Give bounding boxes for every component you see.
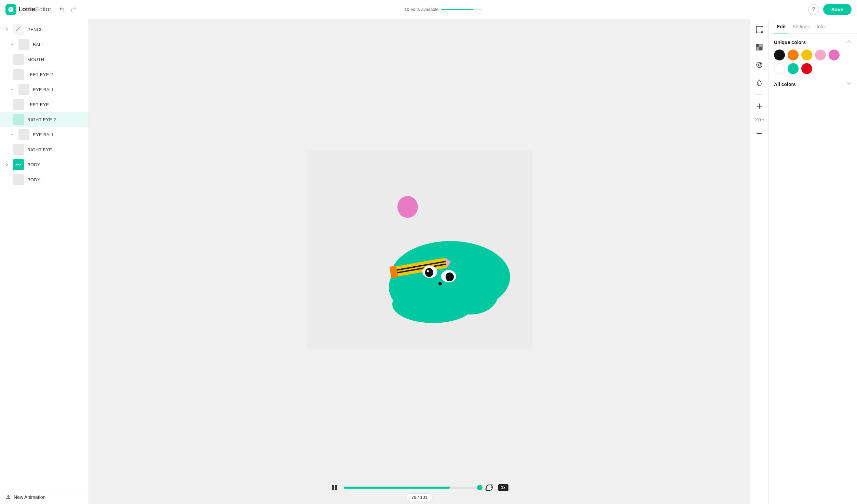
edit-tool-button[interactable] [753, 59, 765, 71]
svg-rect-24 [756, 44, 759, 47]
chevron-placeholder-left-eye [4, 102, 10, 107]
color-drop-icon [756, 79, 763, 86]
svg-line-0 [16, 27, 20, 31]
chevron-right-icon [4, 27, 10, 32]
topbar-center: 10 edits available [404, 7, 482, 12]
save-button[interactable]: Save [823, 4, 852, 15]
svg-point-31 [760, 63, 761, 64]
color-swatch-black[interactable] [774, 50, 785, 60]
bounding-box-icon [756, 26, 763, 33]
new-animation-label: New Animation [14, 494, 45, 500]
color-swatch-white[interactable] [774, 63, 785, 74]
svg-rect-25 [759, 44, 762, 47]
svg-rect-20 [756, 26, 757, 27]
color-swatch-pink[interactable] [829, 50, 840, 60]
svg-point-13 [427, 270, 429, 272]
canvas-area: 1x 79 / 101 [89, 19, 750, 504]
color-swatch-red[interactable] [801, 63, 812, 74]
layer-label-left-eye: LEFT EYE [27, 102, 49, 107]
canvas-viewport[interactable] [89, 19, 750, 480]
undo-icon [59, 6, 65, 13]
layer-label-ball: BALL [33, 42, 44, 47]
redo-button[interactable] [68, 4, 79, 15]
svg-rect-18 [335, 485, 337, 490]
layer-label-right-eye-2: RIGHT EYE 2 [27, 117, 56, 122]
checkerboard-tool-button[interactable] [753, 41, 765, 53]
svg-point-5 [392, 285, 474, 323]
pencil-thumb-icon [15, 26, 22, 33]
timeline-thumb[interactable] [477, 485, 482, 490]
svg-point-16 [438, 282, 442, 285]
layer-item-mouth[interactable]: MOUTH [0, 52, 89, 67]
sidebar-footer: New Animation [0, 490, 89, 504]
layer-dot-eye-ball-2 [12, 134, 13, 135]
color-swatch-yellow[interactable] [801, 50, 812, 60]
tab-info[interactable]: Info [814, 19, 827, 33]
help-button[interactable]: ? [808, 4, 819, 15]
pause-icon [331, 484, 338, 491]
timeline-track[interactable] [344, 487, 480, 489]
layer-thumb-ball [18, 39, 29, 50]
svg-rect-19 [757, 27, 762, 32]
layer-thumb-eye-ball-2 [18, 129, 29, 140]
undo-button[interactable] [57, 4, 67, 15]
layer-item-right-eye[interactable]: RIGHT EYE [0, 142, 89, 157]
side-tools: 200% [750, 19, 768, 504]
chevron-placeholder-right-eye [4, 147, 10, 152]
layer-item-eye-ball-2[interactable]: EYE BALL [0, 127, 89, 142]
edit-circle-icon [756, 61, 763, 69]
color-swatch-orange[interactable] [788, 50, 799, 60]
color-swatch-teal[interactable] [788, 63, 799, 74]
layer-item-eye-ball-1[interactable]: EYE BALL [0, 82, 89, 97]
loop-icon [485, 484, 493, 491]
chevron-right-body-icon [4, 162, 10, 167]
layer-item-body-2[interactable]: BODY [0, 172, 89, 187]
svg-point-30 [758, 64, 760, 66]
add-tool-button[interactable] [753, 100, 765, 112]
layer-item-ball[interactable]: BALL [0, 37, 89, 52]
layer-label-body-2: BODY [27, 177, 40, 182]
new-animation-button[interactable]: New Animation [5, 494, 45, 500]
zoom-out-button[interactable] [753, 127, 765, 140]
frame-counter: 79 / 101 [406, 493, 433, 501]
logo-text: LottieEditor [18, 6, 51, 13]
animation-canvas [307, 151, 532, 349]
logo: LottieEditor [5, 4, 51, 15]
timeline-fill [344, 487, 450, 489]
svg-rect-23 [761, 31, 763, 33]
pause-button[interactable] [331, 484, 338, 491]
logo-svg [8, 6, 14, 13]
speed-button[interactable]: 1x [498, 484, 508, 491]
body-teal-icon [15, 163, 22, 167]
checkerboard-icon [756, 43, 763, 51]
bounding-box-tool-button[interactable] [753, 23, 765, 36]
all-colors-expand-button[interactable] [846, 81, 852, 87]
chevron-down-icon [846, 81, 852, 86]
layer-label-body-1: BODY [27, 162, 40, 167]
panel-content: Unique colors All colors [768, 33, 857, 504]
layer-item-pencil[interactable]: PENCIL [0, 22, 89, 37]
svg-rect-21 [761, 26, 763, 27]
layer-label-right-eye: RIGHT EYE [27, 147, 52, 152]
topbar-right: ? Save [808, 4, 852, 15]
color-tool-button[interactable] [753, 76, 765, 89]
edits-available-text: 10 edits available [404, 7, 438, 12]
svg-point-12 [425, 268, 433, 277]
minus-icon [756, 130, 763, 137]
edits-progress-bar [441, 9, 482, 10]
all-colors-header: All colors [774, 81, 852, 87]
layer-item-right-eye-2[interactable]: RIGHT EYE 2 [0, 112, 89, 127]
layer-thumb-mouth [13, 54, 24, 65]
layer-thumb-right-eye [13, 144, 24, 155]
chevron-up-icon [846, 39, 852, 44]
layer-item-body-1[interactable]: BODY [0, 157, 89, 172]
loop-button[interactable] [485, 484, 493, 491]
playback-bar: 1x 79 / 101 [89, 480, 750, 504]
edits-progress-fill [441, 9, 474, 10]
layer-item-left-eye[interactable]: LEFT EYE [0, 97, 89, 112]
unique-colors-collapse-button[interactable] [846, 39, 852, 45]
tab-settings[interactable]: Settings [790, 19, 813, 33]
layer-item-left-eye-2[interactable]: LEFT EYE 2 [0, 67, 89, 82]
color-swatch-light-pink[interactable] [815, 50, 826, 60]
tab-edit[interactable]: Edit [774, 19, 788, 33]
